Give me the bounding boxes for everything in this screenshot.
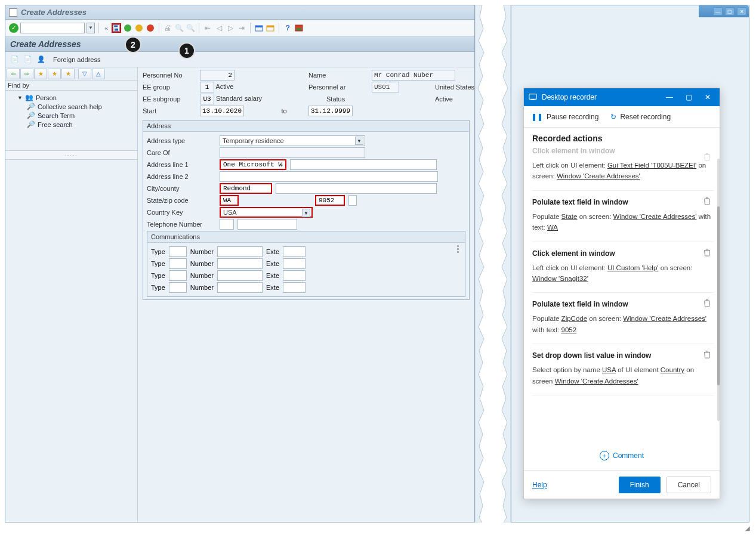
find-next-icon[interactable]: 🔍 xyxy=(186,23,195,33)
command-dropdown[interactable]: ▼ xyxy=(87,23,95,33)
nav-back-icon[interactable]: ⇦ xyxy=(7,69,20,79)
county-field[interactable] xyxy=(276,183,437,194)
comm-exte-1[interactable] xyxy=(283,246,306,257)
recorder-minimize-icon[interactable]: — xyxy=(662,90,677,104)
recorder-close-icon[interactable]: ✕ xyxy=(701,90,715,104)
action-card-2[interactable]: Click element in window Left click on UI… xyxy=(532,242,714,293)
app-icon-1[interactable]: 📄 xyxy=(10,55,20,64)
action-card-0[interactable]: Click element in window Left click on UI… xyxy=(532,147,714,191)
ee-group-field[interactable] xyxy=(200,82,214,92)
tree-person[interactable]: ▼👥Person xyxy=(7,93,136,102)
comm-row-4: TypeNumberExte xyxy=(151,282,457,293)
reset-recording-button[interactable]: ↻Reset recording xyxy=(610,113,671,121)
trash-icon[interactable] xyxy=(703,197,711,205)
trash-icon[interactable] xyxy=(703,153,711,161)
recorder-footer: Help Finish Cancel xyxy=(524,470,720,499)
tree-splitter[interactable]: ····· xyxy=(5,150,137,160)
careof-field[interactable] xyxy=(220,147,365,158)
sap-app-toolbar: 📄 📄 👤 Foreign address xyxy=(5,52,474,67)
foreign-address-label[interactable]: Foreign address xyxy=(53,56,101,63)
help-link[interactable]: Help xyxy=(532,481,547,489)
chevron-left-icon[interactable]: « xyxy=(103,24,110,32)
sap-titlebar: Create Addresses xyxy=(5,5,474,20)
comm-exte-4[interactable] xyxy=(283,282,306,293)
scrollbar-thumb[interactable] xyxy=(717,206,720,385)
comm-number-4[interactable] xyxy=(217,282,263,293)
app-icon-2[interactable]: 📄 xyxy=(23,55,33,64)
circle-green-icon[interactable] xyxy=(123,23,132,33)
command-field[interactable] xyxy=(20,23,85,33)
last-page-icon[interactable]: ⇥ xyxy=(237,23,246,33)
state-field[interactable] xyxy=(220,195,239,206)
nav-collapse-icon[interactable]: △ xyxy=(92,69,105,79)
address-line1-field[interactable] xyxy=(220,159,286,170)
save-button[interactable] xyxy=(112,23,121,33)
nav-star1-icon[interactable]: ★ xyxy=(34,69,47,79)
ee-subgroup-field[interactable] xyxy=(200,94,214,104)
action-card-3[interactable]: Polulate text field in window Populate Z… xyxy=(532,293,714,344)
shortcut-icon[interactable] xyxy=(266,23,275,33)
start-date-field[interactable] xyxy=(200,106,244,116)
svg-point-3 xyxy=(124,24,131,32)
comm-exte-2[interactable] xyxy=(283,258,306,269)
tree-free-search[interactable]: 🔎Free search xyxy=(7,120,136,129)
trash-icon[interactable] xyxy=(703,299,711,307)
address-type-dropdown[interactable]: Temporary residence▼ xyxy=(220,135,365,146)
next-page-icon[interactable]: ▷ xyxy=(226,23,235,33)
layout-icon[interactable] xyxy=(294,23,304,33)
comm-type-3[interactable] xyxy=(169,270,187,281)
action-card-1[interactable]: Polulate text field in window Populate S… xyxy=(532,191,714,242)
address-line1-field-2[interactable] xyxy=(290,159,437,170)
trash-icon[interactable] xyxy=(703,350,711,358)
help-icon[interactable]: ? xyxy=(283,23,292,33)
find-icon[interactable]: 🔍 xyxy=(174,23,184,33)
comm-type-1[interactable] xyxy=(169,246,187,257)
comm-exte-3[interactable] xyxy=(283,270,306,281)
first-page-icon[interactable]: ⇤ xyxy=(203,23,212,33)
personnel-no-field[interactable] xyxy=(200,70,234,81)
zip-field[interactable] xyxy=(315,195,345,206)
trash-icon[interactable] xyxy=(703,248,711,256)
action-card-4[interactable]: Set drop down list value in window Selec… xyxy=(532,344,714,395)
add-comment-button[interactable]: +Comment xyxy=(524,445,720,466)
address-line2-field[interactable] xyxy=(220,171,438,182)
circle-yellow-icon[interactable] xyxy=(134,23,144,33)
nav-expand-icon[interactable]: ▽ xyxy=(78,69,91,79)
circle-red-icon[interactable] xyxy=(146,23,155,33)
finish-button[interactable]: Finish xyxy=(619,477,661,493)
tel-number-field[interactable] xyxy=(237,219,297,230)
comm-number-2[interactable] xyxy=(217,258,263,269)
comm-type-2[interactable] xyxy=(169,258,187,269)
recorder-maximize-icon[interactable]: ▢ xyxy=(681,90,696,104)
close-icon[interactable]: ✕ xyxy=(737,7,746,16)
new-session-icon[interactable] xyxy=(254,23,264,33)
cancel-button[interactable]: Cancel xyxy=(666,477,711,493)
tree-collective[interactable]: 🔎Collective search help xyxy=(7,102,136,111)
svg-rect-9 xyxy=(267,26,274,27)
comm-number-3[interactable] xyxy=(217,270,263,281)
enter-icon[interactable]: ✓ xyxy=(9,23,18,33)
nav-star3-icon[interactable]: ★ xyxy=(61,69,75,79)
resize-handle-icon[interactable]: ◢ xyxy=(745,525,750,531)
communications-groupbox: Communications TypeNumberExte TypeNumber… xyxy=(147,231,465,297)
comm-more-dots[interactable] xyxy=(457,245,461,294)
prev-page-icon[interactable]: ◁ xyxy=(214,23,224,33)
country-dropdown[interactable]: USA▼ xyxy=(220,207,313,218)
maximize-icon[interactable]: ▢ xyxy=(725,7,735,16)
tree-search-term[interactable]: 🔎Search Term xyxy=(7,111,136,120)
pause-recording-button[interactable]: ❚❚Pause recording xyxy=(531,113,598,121)
minimize-icon[interactable]: — xyxy=(713,7,723,16)
svg-rect-7 xyxy=(255,26,263,27)
nav-star2-icon[interactable]: ★ xyxy=(48,69,61,79)
comm-type-4[interactable] xyxy=(169,282,187,293)
zip-ext-field[interactable] xyxy=(348,195,357,206)
address-type-label: Address type xyxy=(147,137,216,144)
nav-fwd-icon[interactable]: ⇨ xyxy=(20,69,33,79)
comm-number-1[interactable] xyxy=(217,246,263,257)
end-date-field[interactable] xyxy=(308,106,353,116)
tel-area-field[interactable] xyxy=(220,219,234,230)
app-icon-3[interactable]: 👤 xyxy=(36,55,46,64)
city-field[interactable] xyxy=(220,183,272,194)
ee-group-label: EE group xyxy=(143,84,196,91)
print-icon[interactable]: 🖨 xyxy=(163,23,172,33)
